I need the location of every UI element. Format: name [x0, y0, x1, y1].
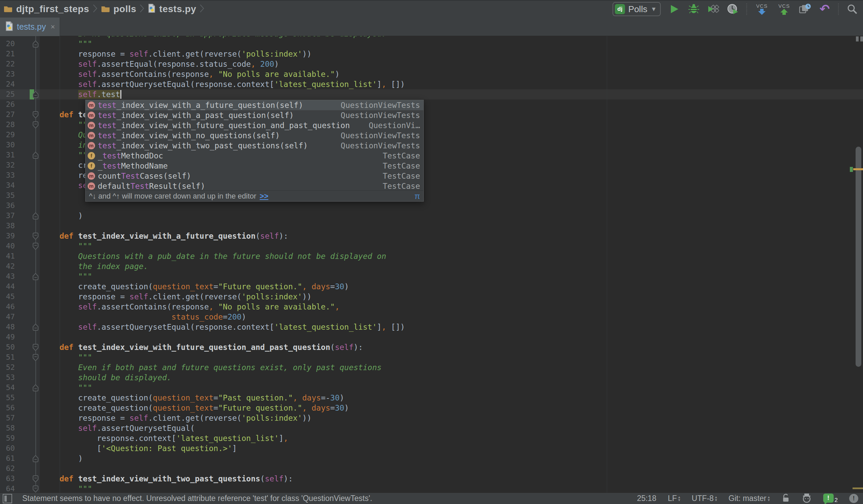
code-token: 30 [335, 282, 344, 291]
git-branch-widget[interactable]: Git: master ▴▾ [728, 494, 770, 503]
code-line[interactable]: """ [0, 272, 863, 281]
completion-item[interactable]: mcountTestCases(self)TestCase [86, 171, 423, 181]
code-line[interactable]: """ [0, 39, 863, 49]
local-history-button[interactable] [799, 2, 811, 16]
debug-button[interactable] [688, 2, 700, 16]
method-icon: m [88, 172, 95, 180]
code-line[interactable]: create_question(question_text="Future qu… [0, 403, 863, 413]
code-line[interactable]: self.assertContains(response, "No polls … [0, 302, 863, 312]
code-line[interactable]: If no questions exist, an appropriate me… [0, 36, 863, 39]
code-line[interactable]: self.assertEqual(response.status_code, 2… [0, 59, 863, 69]
close-icon[interactable]: × [51, 23, 55, 32]
caret-position-widget[interactable]: 25:18 [637, 494, 656, 503]
completion-item[interactable]: mtest_index_view_with_no_questions(self)… [86, 130, 423, 141]
completion-item[interactable]: f_testMethodDocTestCase [86, 151, 423, 161]
run-button[interactable] [668, 2, 680, 16]
status-message: Statement seems to have no effect. Unres… [22, 494, 372, 503]
breadcrumb-item[interactable]: polls [101, 4, 137, 14]
folder-icon [3, 4, 13, 14]
code-token: """ [41, 353, 92, 362]
vcs-update-button[interactable]: VCS [754, 3, 769, 15]
field-icon: f [88, 152, 95, 160]
code-line[interactable]: ) [0, 211, 863, 221]
vcs-commit-button[interactable]: VCS [777, 3, 791, 15]
run-with-coverage-button[interactable] [707, 2, 720, 16]
code-line[interactable]: self.assertQuerysetEqual( [0, 423, 863, 433]
code-token: , [382, 80, 386, 89]
line-ending-widget[interactable]: LF ▴▾ [668, 494, 680, 503]
search-everywhere-icon[interactable] [846, 2, 858, 16]
code-line[interactable]: should be displayed. [0, 373, 863, 383]
code-line[interactable] [0, 464, 863, 474]
tab-tests-py[interactable]: tests.py × [0, 17, 60, 36]
encoding-widget[interactable]: UTF-8 ▴▾ [692, 494, 717, 503]
code-line[interactable]: the index page. [0, 261, 863, 272]
code-line[interactable]: self.assertQuerysetEqual(response.contex… [0, 322, 863, 332]
vcs-stripe-mark[interactable] [850, 167, 853, 172]
code-token: .client.get(reverse( [148, 414, 242, 423]
completion-item[interactable]: f_testMethodNameTestCase [86, 161, 423, 171]
completion-item[interactable]: mtest_index_view_with_a_past_question(se… [86, 110, 423, 121]
code-token: = [213, 404, 218, 412]
code-line[interactable]: create_question(question_text="Future qu… [0, 281, 863, 292]
code-line[interactable]: Even if both past and future questions e… [0, 362, 863, 373]
code-line[interactable]: """ [0, 352, 863, 362]
more-link[interactable]: >> [260, 192, 268, 201]
code-line[interactable]: def test_index_view_with_two_past_questi… [0, 474, 863, 484]
scrollbar-thumb[interactable] [855, 147, 861, 367]
completion-item[interactable]: mtest_index_view_with_future_question_an… [86, 121, 423, 130]
code-line[interactable]: self.test [0, 89, 863, 99]
code-line[interactable] [0, 332, 863, 342]
completion-item[interactable]: mtest_index_view_with_two_past_questions… [86, 141, 423, 151]
code-line[interactable]: """ [0, 484, 863, 493]
code-token: [ [41, 444, 101, 453]
code-token: question_text [153, 404, 213, 412]
breadcrumb-item[interactable]: tests.py [148, 4, 196, 14]
code-token [41, 302, 78, 311]
code-line[interactable]: response = self.client.get(reverse('poll… [0, 292, 863, 302]
profiler-button[interactable] [727, 2, 739, 16]
code-token: ): [284, 474, 293, 483]
code-line[interactable]: response.context['latest_question_list']… [0, 433, 863, 443]
rollback-button[interactable]: ↶ [818, 2, 831, 16]
code-line[interactable]: """ [0, 241, 863, 251]
code-line[interactable]: create_question(question_text="Past ques… [0, 393, 863, 403]
code-token: should be displayed. [41, 373, 172, 382]
code-token: ] [377, 80, 382, 89]
completion-item[interactable]: mtest_index_view_with_a_future_question(… [86, 100, 423, 110]
completion-item[interactable]: mdefaultTestResult(self)TestCase [86, 181, 423, 191]
weak-warning-stripe-mark[interactable] [852, 488, 863, 489]
code-line[interactable]: self.assertContains(response, "No polls … [0, 69, 863, 79]
code-token: 'polls:index' [241, 292, 302, 301]
code-token: .assertContains(response [97, 302, 209, 311]
code-line[interactable]: def test_index_view_with_future_question… [0, 342, 863, 352]
code-token: def [59, 343, 78, 352]
notifications-widget[interactable]: ! 2 [823, 493, 838, 504]
hector-inspections-icon[interactable] [802, 493, 812, 504]
code-line[interactable]: self.assertQuerysetEqual(response.contex… [0, 79, 863, 89]
run-configuration-select[interactable]: dj Polls ▼ [613, 2, 661, 16]
code-line[interactable]: ) [0, 453, 863, 464]
breadcrumb-item[interactable]: djtp_first_steps [3, 4, 89, 14]
folder-icon [101, 4, 110, 14]
code-line[interactable]: response = self.client.get(reverse('poll… [0, 413, 863, 423]
code-line[interactable]: Questions with a pub_date in the future … [0, 251, 863, 261]
code-token: , [209, 70, 214, 78]
lock-icon[interactable] [781, 493, 790, 504]
code-token: = [330, 282, 335, 291]
code-line[interactable]: response = self.client.get(reverse('poll… [0, 49, 863, 59]
code-token: self [129, 292, 148, 301]
tool-window-toggle-icon[interactable] [3, 494, 12, 503]
code-line[interactable]: def test_index_view_with_a_future_questi… [0, 231, 863, 241]
code-token: .assertQuerysetEqual(response.context[ [97, 80, 274, 89]
warning-stripe-mark[interactable] [853, 168, 863, 170]
code-token: 'latest_question_list' [274, 80, 377, 89]
code-token [298, 393, 302, 402]
code-line[interactable]: """ [0, 383, 863, 393]
event-log-icon[interactable]: ! [849, 494, 858, 503]
code-line[interactable] [0, 221, 863, 231]
code-line[interactable]: status_code=200) [0, 312, 863, 322]
code-line[interactable] [0, 201, 863, 211]
vcs-label: VCS [756, 3, 767, 9]
code-line[interactable]: ['<Question: Past question.>'] [0, 443, 863, 453]
